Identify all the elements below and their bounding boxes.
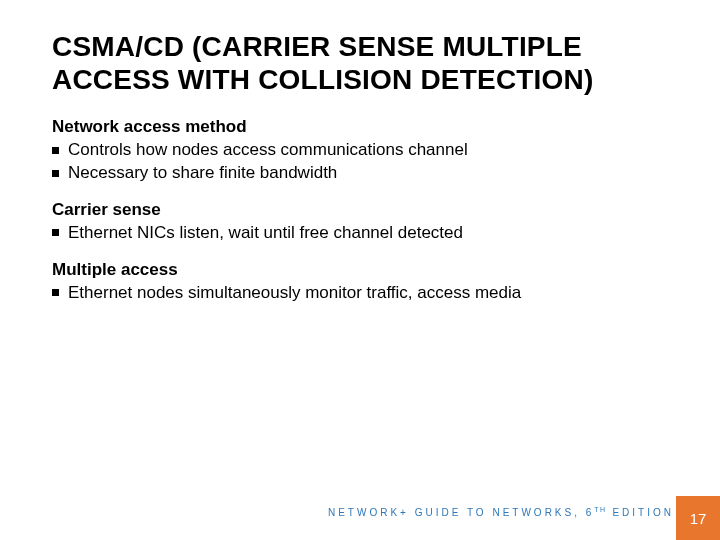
section-carrier-sense: Carrier sense Ethernet NICs listen, wait…	[52, 199, 680, 245]
section-heading: Carrier sense	[52, 199, 680, 222]
section-network-access: Network access method Controls how nodes…	[52, 116, 680, 185]
page-number: 17	[690, 510, 707, 527]
footer-sup: TH	[594, 506, 606, 513]
section-multiple-access: Multiple access Ethernet nodes simultane…	[52, 259, 680, 305]
bullet-item: Ethernet nodes simultaneously monitor tr…	[52, 282, 680, 305]
slide: CSMA/CD (CARRIER SENSE MULTIPLE ACCESS W…	[0, 0, 720, 540]
footer-post: EDITION	[607, 507, 674, 518]
bullet-item: Controls how nodes access communications…	[52, 139, 680, 162]
bullet-item: Ethernet NICs listen, wait until free ch…	[52, 222, 680, 245]
section-heading: Network access method	[52, 116, 680, 139]
footer-pre: NETWORK+ GUIDE TO NETWORKS, 6	[328, 507, 594, 518]
section-heading: Multiple access	[52, 259, 680, 282]
page-number-badge: 17	[676, 496, 720, 540]
title-line-2: ACCESS WITH COLLISION DETECTION)	[52, 64, 594, 95]
footer-text: NETWORK+ GUIDE TO NETWORKS, 6TH EDITION	[328, 506, 674, 518]
bullet-item: Necessary to share finite bandwidth	[52, 162, 680, 185]
title-line-1: CSMA/CD (CARRIER SENSE MULTIPLE	[52, 31, 582, 62]
slide-title: CSMA/CD (CARRIER SENSE MULTIPLE ACCESS W…	[52, 30, 680, 96]
